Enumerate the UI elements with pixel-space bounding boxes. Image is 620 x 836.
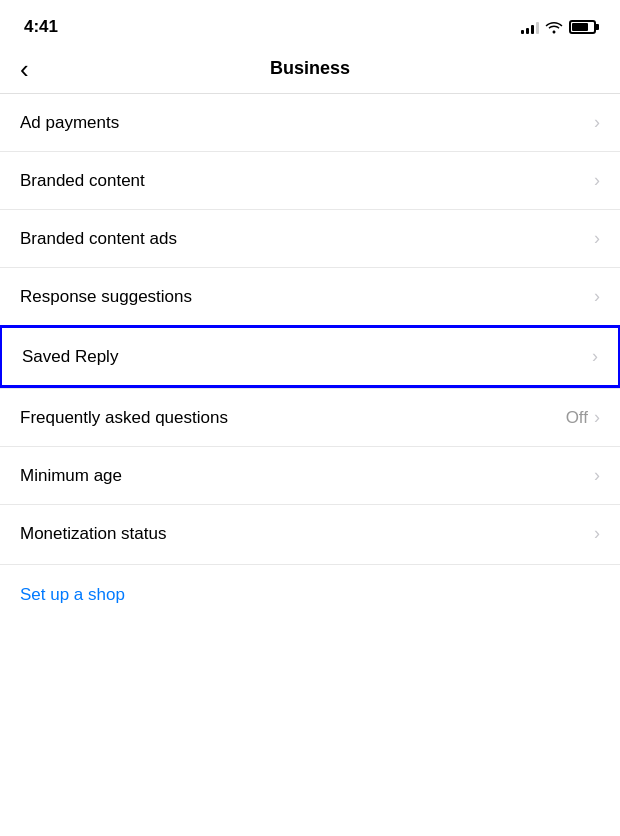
chevron-icon: › (594, 112, 600, 133)
battery-icon (569, 20, 596, 34)
page-title: Business (270, 58, 350, 79)
status-bar: 4:41 (0, 0, 620, 48)
menu-item-minimum-age[interactable]: Minimum age › (0, 446, 620, 504)
setup-shop-link[interactable]: Set up a shop (0, 564, 620, 625)
chevron-icon: › (594, 465, 600, 486)
menu-list: Ad payments › Branded content › Branded … (0, 94, 620, 562)
menu-item-label: Frequently asked questions (20, 408, 228, 428)
menu-item-branded-content[interactable]: Branded content › (0, 151, 620, 209)
status-icons (521, 20, 596, 34)
menu-item-label: Branded content ads (20, 229, 177, 249)
menu-item-label: Saved Reply (22, 347, 118, 367)
menu-item-saved-reply[interactable]: Saved Reply › (0, 325, 620, 388)
menu-item-response-suggestions[interactable]: Response suggestions › (0, 267, 620, 325)
chevron-icon: › (592, 346, 598, 367)
menu-item-label: Minimum age (20, 466, 122, 486)
wifi-icon (545, 20, 563, 34)
menu-item-value: Off (566, 408, 588, 428)
chevron-icon: › (594, 228, 600, 249)
menu-item-ad-payments[interactable]: Ad payments › (0, 94, 620, 151)
signal-icon (521, 20, 539, 34)
menu-item-label: Response suggestions (20, 287, 192, 307)
menu-item-monetization-status[interactable]: Monetization status › (0, 504, 620, 562)
chevron-icon: › (594, 407, 600, 428)
chevron-icon: › (594, 170, 600, 191)
chevron-icon: › (594, 286, 600, 307)
header: ‹ Business (0, 48, 620, 93)
status-time: 4:41 (24, 17, 58, 37)
chevron-icon: › (594, 523, 600, 544)
menu-item-label: Branded content (20, 171, 145, 191)
menu-item-label: Ad payments (20, 113, 119, 133)
back-button[interactable]: ‹ (20, 56, 29, 82)
menu-item-branded-content-ads[interactable]: Branded content ads › (0, 209, 620, 267)
menu-item-faq[interactable]: Frequently asked questions Off › (0, 388, 620, 446)
menu-item-label: Monetization status (20, 524, 166, 544)
